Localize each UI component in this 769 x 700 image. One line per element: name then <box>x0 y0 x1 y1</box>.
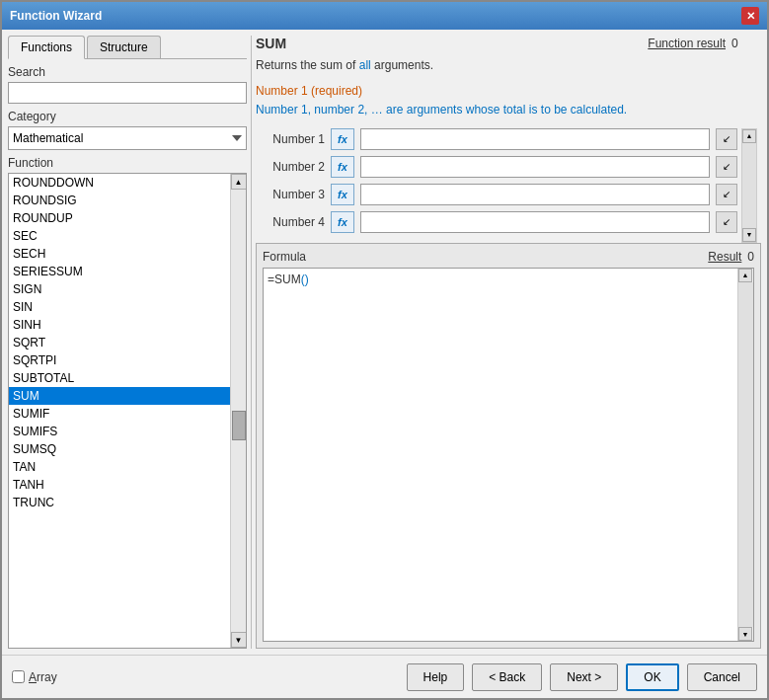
list-scrollbar: ▲ ▼ <box>230 174 246 648</box>
shrink-button[interactable]: ↙ <box>716 184 737 205</box>
function-list-container: ROUNDDOWNROUNDSIGROUNDUPSECSECHSERIESSUM… <box>8 173 247 649</box>
back-button[interactable]: < Back <box>472 663 542 691</box>
window-title: Function Wizard <box>10 9 102 23</box>
formula-text: =SUM() <box>264 269 737 641</box>
argument-input[interactable] <box>360 156 710 178</box>
function-item[interactable]: TAN <box>9 458 230 476</box>
function-item[interactable]: SQRT <box>9 334 230 351</box>
array-checkbox-label[interactable]: Array <box>12 670 57 684</box>
arguments-wrapper: Number 1fx↙Number 2fx↙Number 3fx↙Number … <box>256 128 761 243</box>
argument-input[interactable] <box>360 211 710 233</box>
formula-scroll-track[interactable] <box>738 282 753 627</box>
help-button[interactable]: Help <box>407 663 465 691</box>
ok-button[interactable]: OK <box>626 663 678 691</box>
argument-row: Number 1fx↙ <box>256 128 737 150</box>
function-item[interactable]: SIN <box>9 298 230 316</box>
function-item[interactable]: ROUNDDOWN <box>9 174 230 192</box>
fx-button[interactable]: fx <box>331 156 354 178</box>
argument-label: Number 3 <box>256 188 325 201</box>
function-item[interactable]: SIGN <box>9 280 230 298</box>
next-button[interactable]: Next > <box>550 663 618 691</box>
number-desc: Number 1, number 2, … are arguments whos… <box>256 102 761 118</box>
function-item[interactable]: SUMIFS <box>9 423 230 440</box>
panel-divider <box>251 36 252 649</box>
formula-scroll-down[interactable]: ▼ <box>738 627 752 641</box>
function-item[interactable]: TRUNC <box>9 494 230 511</box>
argument-input[interactable] <box>360 128 710 150</box>
args-scroll-track[interactable] <box>742 143 756 228</box>
fx-button[interactable]: fx <box>331 184 354 205</box>
function-item[interactable]: SECH <box>9 245 230 263</box>
args-scroll-down[interactable]: ▼ <box>742 228 756 242</box>
fx-button[interactable]: fx <box>331 211 354 233</box>
formula-input-container: =SUM() ▲ ▼ <box>263 268 754 642</box>
shrink-button[interactable]: ↙ <box>716 156 737 178</box>
scroll-thumb[interactable] <box>232 411 246 440</box>
function-description: Returns the sum of all arguments. <box>256 57 761 74</box>
main-content: Functions Structure Search Category Math… <box>2 30 767 655</box>
category-label: Category <box>8 110 247 123</box>
scroll-track[interactable] <box>231 190 246 632</box>
array-checkbox[interactable] <box>12 670 25 683</box>
argument-label: Number 1 <box>256 132 325 146</box>
argument-row: Number 2fx↙ <box>256 156 737 178</box>
formula-scrollbar: ▲ ▼ <box>737 269 753 641</box>
function-wizard-window: Function Wizard ✕ Functions Structure Se… <box>0 0 769 700</box>
formula-scroll-up[interactable]: ▲ <box>738 269 752 282</box>
tab-structure[interactable]: Structure <box>87 36 161 58</box>
scroll-down-btn[interactable]: ▼ <box>231 632 247 648</box>
arguments-area: Number 1fx↙Number 2fx↙Number 3fx↙Number … <box>256 128 741 233</box>
shrink-button[interactable]: ↙ <box>716 128 737 150</box>
fx-button[interactable]: fx <box>331 128 354 150</box>
function-item[interactable]: SINH <box>9 316 230 334</box>
argument-row: Number 4fx↙ <box>256 211 737 233</box>
cancel-button[interactable]: Cancel <box>687 663 757 691</box>
argument-input[interactable] <box>360 184 710 205</box>
array-label: Array <box>29 670 57 684</box>
left-panel: Functions Structure Search Category Math… <box>8 36 247 649</box>
formula-header: Formula Result 0 <box>263 250 754 264</box>
formula-parens: () <box>301 272 309 286</box>
search-input[interactable] <box>8 82 247 104</box>
tab-bar: Functions Structure <box>8 36 247 59</box>
result-row: Result 0 <box>708 250 754 264</box>
description-highlight: all <box>359 58 371 72</box>
category-select[interactable]: MathematicalAllFinancialDate & TimeStati… <box>8 126 247 150</box>
function-result-row: Function result 0 <box>648 37 761 50</box>
search-label: Search <box>8 65 247 79</box>
scroll-up-btn[interactable]: ▲ <box>231 174 247 190</box>
bottom-bar: Array Help < Back Next > OK Cancel <box>2 655 767 698</box>
function-name: SUM <box>256 36 286 51</box>
function-item[interactable]: SQRTPI <box>9 351 230 369</box>
function-item[interactable]: ROUNDUP <box>9 209 230 227</box>
formula-label: Formula <box>263 250 306 264</box>
function-list[interactable]: ROUNDDOWNROUNDSIGROUNDUPSECSECHSERIESSUM… <box>9 174 230 648</box>
formula-sum: =SUM <box>268 272 301 286</box>
close-button[interactable]: ✕ <box>741 7 759 25</box>
right-top: SUM Function result 0 <box>256 36 761 51</box>
function-item[interactable]: SUMSQ <box>9 440 230 458</box>
function-item[interactable]: SERIESSUM <box>9 263 230 280</box>
title-bar: Function Wizard ✕ <box>2 2 767 30</box>
function-result-value: 0 <box>731 37 761 50</box>
function-item[interactable]: SUBTOTAL <box>9 369 230 387</box>
function-item[interactable]: SUMIF <box>9 405 230 423</box>
tab-functions[interactable]: Functions <box>8 36 85 59</box>
right-panel: SUM Function result 0 Returns the sum of… <box>256 36 761 649</box>
function-result-label: Function result <box>648 37 726 50</box>
formula-section: Formula Result 0 =SUM() ▲ ▼ <box>256 243 761 649</box>
shrink-button[interactable]: ↙ <box>716 211 737 233</box>
number-required: Number 1 (required) <box>256 84 761 98</box>
result-label: Result <box>708 250 741 264</box>
function-item[interactable]: TANH <box>9 476 230 494</box>
args-scroll-up[interactable]: ▲ <box>742 129 756 143</box>
function-item[interactable]: SUM <box>9 387 230 405</box>
result-value: 0 <box>747 250 754 264</box>
function-item[interactable]: ROUNDSIG <box>9 192 230 209</box>
function-label: Function <box>8 156 247 170</box>
argument-label: Number 4 <box>256 215 325 229</box>
argument-label: Number 2 <box>256 160 325 174</box>
argument-row: Number 3fx↙ <box>256 184 737 205</box>
function-item[interactable]: SEC <box>9 227 230 245</box>
args-scrollbar: ▲ ▼ <box>741 128 757 243</box>
